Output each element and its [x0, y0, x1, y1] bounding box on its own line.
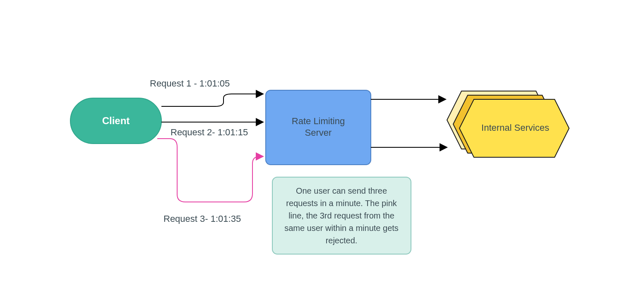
server-label-line1: Rate Limiting [292, 116, 345, 126]
note-line-4: same user within a minute gets [284, 223, 399, 233]
request-2-label: Request 2- 1:01:15 [171, 127, 248, 137]
client-label: Client [102, 115, 130, 126]
note-line-5: rejected. [326, 236, 358, 245]
server-label-line2: Server [305, 127, 332, 138]
request-3-label: Request 3- 1:01:35 [163, 214, 241, 224]
request-3-arrow [157, 139, 263, 202]
services-node: Internal Services [447, 91, 569, 157]
server-node: Rate Limiting Server [266, 90, 371, 165]
note-line-3: line, the 3rd request from the [288, 211, 394, 220]
request-1-arrow [161, 94, 263, 106]
request-1-label: Request 1 - 1:01:05 [150, 78, 230, 89]
note-line-2: requests in a minute. The pink [286, 199, 397, 208]
request-3-edge: Request 3- 1:01:35 [157, 139, 263, 224]
diagram-canvas: Client Rate Limiting Server Internal Ser… [0, 0, 644, 293]
services-label: Internal Services [481, 122, 549, 133]
note-line-1: One user can send three [296, 186, 387, 195]
request-2-edge: Request 2- 1:01:15 [161, 122, 263, 137]
request-1-edge: Request 1 - 1:01:05 [150, 78, 263, 106]
client-node: Client [70, 98, 161, 144]
note-box: One user can send three requests in a mi… [272, 177, 411, 254]
